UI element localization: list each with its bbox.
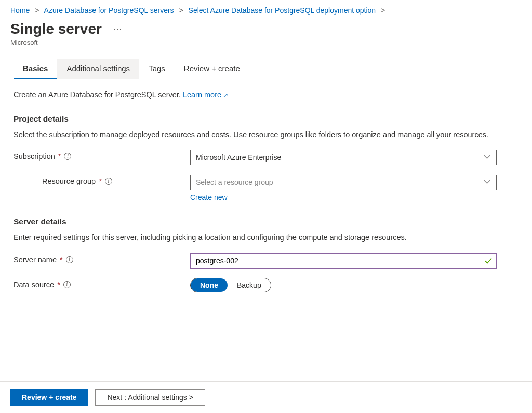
info-icon[interactable]: i <box>105 178 112 185</box>
data-source-option-none[interactable]: None <box>191 278 228 292</box>
required-asterisk: * <box>99 177 102 185</box>
data-source-toggle: None Backup <box>190 278 271 292</box>
external-link-icon: ↗ <box>223 91 228 99</box>
next-button[interactable]: Next : Additional settings > <box>95 389 205 406</box>
section-desc-server: Enter required settings for this server,… <box>14 232 497 243</box>
intro-text: Create an Azure Database for PostgreSQL … <box>14 90 518 99</box>
tab-tags[interactable]: Tags <box>139 59 175 79</box>
server-name-row: Server name * i <box>14 253 518 269</box>
more-actions-button[interactable]: ⋯ <box>110 22 125 36</box>
subscription-row: Subscription * i Microsoft Azure Enterpr… <box>14 150 518 165</box>
info-icon[interactable]: i <box>63 281 71 288</box>
breadcrumb-link-home[interactable]: Home <box>10 6 30 15</box>
chevron-down-icon <box>485 154 491 161</box>
section-heading-server: Server details <box>14 217 518 227</box>
chevron-right-icon: > <box>378 6 388 15</box>
info-icon[interactable]: i <box>64 153 71 160</box>
info-icon[interactable]: i <box>66 256 73 263</box>
server-details-section: Server details Enter required settings f… <box>14 217 518 292</box>
resource-group-label: Resource group * i <box>14 175 190 185</box>
required-asterisk: * <box>60 256 63 264</box>
required-asterisk: * <box>57 281 60 289</box>
chevron-down-icon <box>485 179 491 185</box>
page-title: Single server <box>10 21 102 37</box>
review-create-button[interactable]: Review + create <box>10 389 88 406</box>
tab-additional-settings[interactable]: Additional settings <box>57 59 139 79</box>
chevron-right-icon: > <box>32 6 42 15</box>
chevron-right-icon: > <box>176 6 187 15</box>
data-source-row: Data source * i None Backup <box>14 278 518 292</box>
breadcrumb-link-deployment[interactable]: Select Azure Database for PostgreSQL dep… <box>189 6 376 15</box>
title-block: Single server ⋯ Microsoft <box>0 19 532 49</box>
create-new-link[interactable]: Create new <box>190 193 228 202</box>
learn-more-link[interactable]: Learn more↗ <box>183 90 228 99</box>
page-subtitle: Microsoft <box>10 38 522 46</box>
resource-group-row: Resource group * i Select a resource gro… <box>14 175 518 202</box>
required-asterisk: * <box>58 152 61 161</box>
data-source-label: Data source * i <box>14 278 190 289</box>
subscription-label: Subscription * i <box>14 150 190 161</box>
server-name-label: Server name * i <box>14 253 190 264</box>
content: Create an Azure Database for PostgreSQL … <box>0 79 532 292</box>
checkmark-icon <box>484 257 493 265</box>
tab-review-create[interactable]: Review + create <box>175 59 249 79</box>
project-details-section: Project details Select the subscription … <box>14 114 518 202</box>
resource-group-dropdown[interactable]: Select a resource group <box>190 175 497 190</box>
breadcrumb-link-servers[interactable]: Azure Database for PostgreSQL servers <box>44 6 174 15</box>
server-name-input[interactable] <box>190 253 497 269</box>
tabs: Basics Additional settings Tags Review +… <box>0 49 532 79</box>
section-heading-project: Project details <box>14 114 518 124</box>
tab-basics[interactable]: Basics <box>14 59 57 79</box>
breadcrumb: Home > Azure Database for PostgreSQL ser… <box>0 0 532 19</box>
data-source-option-backup[interactable]: Backup <box>228 278 271 292</box>
section-desc-project: Select the subscription to manage deploy… <box>14 129 497 140</box>
footer: Review + create Next : Additional settin… <box>0 381 532 413</box>
subscription-dropdown[interactable]: Microsoft Azure Enterprise <box>190 150 497 165</box>
